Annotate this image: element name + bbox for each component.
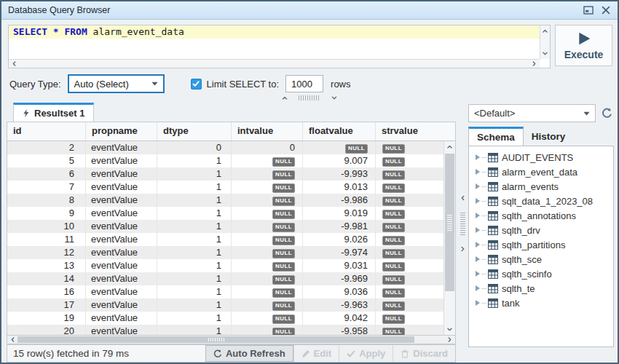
table-icon xyxy=(488,153,498,162)
tree-item-sqlth_partitions[interactable]: sqlth_partitions xyxy=(469,237,613,252)
table-row[interactable]: 17eventValue1NULL-9.963NULL xyxy=(7,298,443,312)
table-row[interactable]: 5eventValue1NULL9.007NULL xyxy=(7,154,443,167)
query-type-select[interactable]: Auto (Select) xyxy=(68,74,165,93)
expand-icon[interactable] xyxy=(476,227,480,233)
tree-item-sqlth_sce[interactable]: sqlth_sce xyxy=(469,252,613,266)
table-row[interactable]: 9eventValue1NULL9.019NULL xyxy=(7,207,443,220)
column-header-floatvalue[interactable]: floatvalue xyxy=(303,122,376,141)
scroll-up-icon[interactable] xyxy=(542,28,548,34)
null-badge: NULL xyxy=(272,275,295,285)
expand-icon[interactable] xyxy=(476,285,480,291)
table-name-label: tank xyxy=(502,298,520,309)
column-header-id[interactable]: id xyxy=(7,122,86,141)
database-query-browser-window: Database Query Browser SELECT * FROM ala… xyxy=(0,0,619,364)
scroll-down-icon[interactable] xyxy=(446,326,453,333)
editor-vertical-scrollbar[interactable] xyxy=(540,25,550,59)
cell-strvalue: NULL xyxy=(376,154,443,167)
horizontal-splitter[interactable] xyxy=(1,93,618,102)
table-horizontal-scrollbar[interactable] xyxy=(7,335,456,344)
tree-item-sqlt_data_1_2023_08[interactable]: sqlt_data_1_2023_08 xyxy=(469,194,613,208)
scroll-down-icon[interactable] xyxy=(542,50,548,57)
tab-resultset-1[interactable]: Resultset 1 xyxy=(13,103,94,122)
expand-icon[interactable] xyxy=(476,183,480,189)
chevron-down-icon xyxy=(583,111,590,116)
table-row[interactable]: 10eventValue1NULL-9.981NULL xyxy=(7,220,443,233)
edit-button[interactable]: Edit xyxy=(293,345,339,362)
scrollbar-thumb[interactable] xyxy=(445,154,454,291)
tree-item-AUDIT_EVENTS[interactable]: AUDIT_EVENTS xyxy=(469,150,613,165)
splitter-grip[interactable] xyxy=(299,95,320,100)
tree-item-alarm_events[interactable]: alarm_events xyxy=(469,179,613,194)
table-row[interactable]: 11eventValue1NULL9.026NULL xyxy=(7,233,443,246)
scroll-right-icon[interactable] xyxy=(446,336,453,343)
scroll-right-icon[interactable] xyxy=(531,60,537,67)
expand-icon[interactable] xyxy=(476,242,480,248)
table-row[interactable]: 12eventValue1NULL-9.974NULL xyxy=(7,246,443,259)
tree-item-alarm_event_data[interactable]: alarm_event_data xyxy=(469,165,613,179)
auto-refresh-button[interactable]: Auto Refresh xyxy=(205,345,293,362)
close-icon[interactable] xyxy=(601,6,611,15)
editor-horizontal-scrollbar[interactable] xyxy=(9,59,540,68)
tab-schema[interactable]: Schema xyxy=(468,127,524,146)
cell-propname: eventValue xyxy=(86,194,157,207)
scroll-up-icon[interactable] xyxy=(446,143,453,150)
scroll-left-icon[interactable] xyxy=(9,336,16,343)
collapse-down-icon[interactable] xyxy=(331,95,338,101)
expand-icon[interactable] xyxy=(476,198,480,204)
cell-dtype: 1 xyxy=(157,325,232,335)
table-row[interactable]: 8eventValue1NULL-9.986NULL xyxy=(7,194,443,207)
table-row[interactable]: 19eventValue1NULL9.042NULL xyxy=(7,312,443,325)
table-vertical-scrollbar[interactable] xyxy=(443,141,455,335)
collapse-up-icon[interactable] xyxy=(281,95,288,101)
tree-item-tank[interactable]: tank xyxy=(469,296,613,310)
tree-item-sqlth_scinfo[interactable]: sqlth_scinfo xyxy=(469,266,613,281)
table-row[interactable]: 6eventValue1NULL-9.993NULL xyxy=(7,167,443,181)
tree-item-sqlth_te[interactable]: sqlth_te xyxy=(469,281,613,296)
expand-icon[interactable] xyxy=(476,169,480,175)
expand-icon[interactable] xyxy=(476,271,480,277)
null-badge: NULL xyxy=(382,183,405,193)
table-row[interactable]: 13eventValue1NULL9.031NULL xyxy=(7,259,443,272)
sql-text[interactable]: SELECT * FROM alarm_event_data xyxy=(9,25,550,39)
discard-button[interactable]: Discard xyxy=(393,345,455,362)
collapse-left-icon[interactable] xyxy=(460,194,466,202)
scrollbar-thumb[interactable] xyxy=(17,336,414,343)
refresh-icon[interactable] xyxy=(599,106,614,121)
column-header-propname[interactable]: propname xyxy=(86,122,157,141)
column-header-dtype[interactable]: dtype xyxy=(157,122,232,141)
vertical-splitter[interactable] xyxy=(457,102,468,344)
table-row[interactable]: 14eventValue1NULL-9.969NULL xyxy=(7,272,443,285)
limit-rows-input[interactable] xyxy=(285,75,323,92)
tab-history[interactable]: History xyxy=(524,127,574,146)
splitter-grip[interactable] xyxy=(460,212,465,235)
null-badge: NULL xyxy=(382,157,405,167)
cell-floatvalue: 9.026 xyxy=(303,233,376,246)
cell-id: 12 xyxy=(7,246,86,259)
refresh-icon xyxy=(213,349,222,358)
limit-checkbox[interactable] xyxy=(191,79,202,90)
expand-icon[interactable] xyxy=(476,154,480,160)
expand-icon[interactable] xyxy=(476,256,480,262)
column-header-intvalue[interactable]: intvalue xyxy=(232,122,303,141)
table-row[interactable]: 20eventValue1NULL-9.958NULL xyxy=(7,325,443,335)
sql-editor[interactable]: SELECT * FROM alarm_event_data xyxy=(8,25,551,68)
chevron-down-icon xyxy=(151,82,158,86)
tree-item-sqlth_annotations[interactable]: sqlth_annotations xyxy=(469,208,613,223)
table-row[interactable]: 7eventValue1NULL9.013NULL xyxy=(7,181,443,194)
scroll-left-icon[interactable] xyxy=(11,60,17,67)
table-row[interactable]: 16eventValue1NULL9.036NULL xyxy=(7,285,443,298)
datasource-select[interactable]: <Default> xyxy=(468,104,596,122)
expand-icon[interactable] xyxy=(476,300,480,306)
tree-item-sqlth_drv[interactable]: sqlth_drv xyxy=(469,223,613,237)
cell-propname: eventValue xyxy=(86,181,157,194)
expand-icon[interactable] xyxy=(476,213,480,218)
table-row[interactable]: 2eventValue00NULLNULL xyxy=(7,141,443,154)
float-window-icon[interactable] xyxy=(583,6,594,15)
cell-intvalue: NULL xyxy=(232,259,303,272)
apply-button[interactable]: Apply xyxy=(339,345,393,362)
collapse-right-icon[interactable] xyxy=(460,245,466,253)
execute-button[interactable]: Execute xyxy=(555,25,612,66)
cell-strvalue: NULL xyxy=(376,220,443,233)
null-badge: NULL xyxy=(382,249,405,258)
column-header-strvalue[interactable]: strvalue xyxy=(376,122,455,141)
